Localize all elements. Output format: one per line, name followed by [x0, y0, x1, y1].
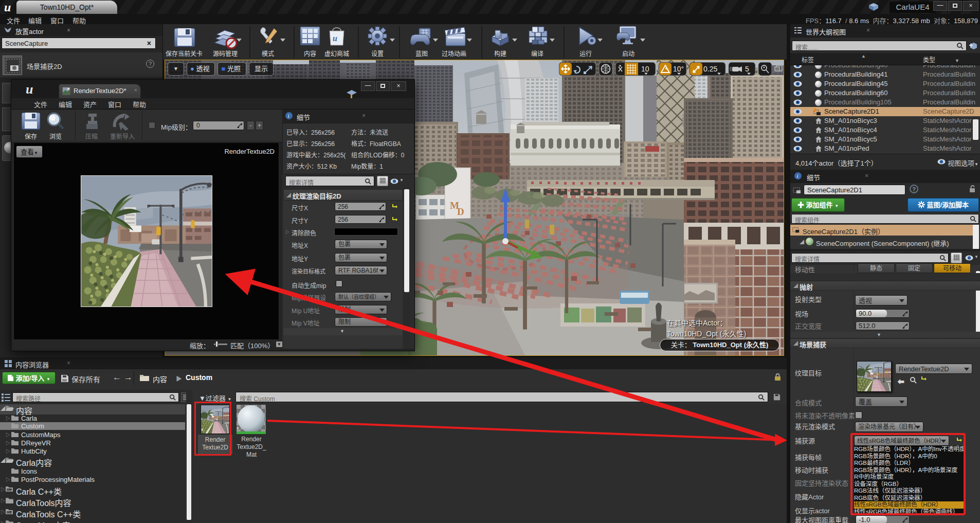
svg-text:C++: C++	[7, 489, 12, 492]
svg-text:10°: 10°	[673, 65, 684, 73]
svg-text:i: i	[288, 113, 289, 119]
svg-text:C++: C++	[7, 511, 12, 514]
svg-text:10: 10	[641, 65, 649, 73]
svg-text:u: u	[333, 34, 337, 43]
svg-text:u: u	[26, 82, 33, 96]
svg-text:5: 5	[745, 65, 749, 73]
svg-text:i: i	[797, 173, 798, 179]
svg-text:0.25: 0.25	[703, 65, 717, 73]
svg-text:u: u	[4, 1, 11, 13]
